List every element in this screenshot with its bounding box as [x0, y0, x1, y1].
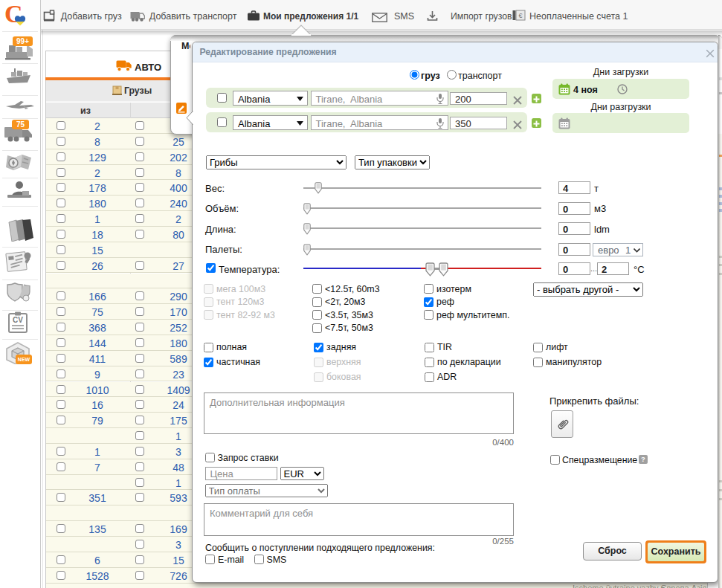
svg-text:CV: CV [13, 316, 23, 324]
svg-text:€: € [518, 12, 522, 19]
